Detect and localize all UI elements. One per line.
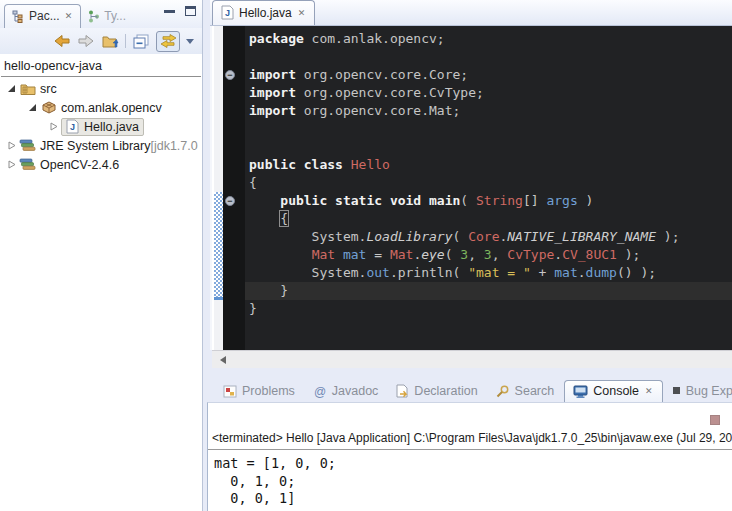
code-token: ( (460, 193, 476, 208)
collapse-arrow-icon[interactable] (27, 103, 38, 112)
editor-tab-hello-java[interactable]: J Hello.java ✕ (212, 0, 315, 25)
code-token: String (476, 193, 523, 208)
tab-type-hierarchy[interactable]: Ty... (81, 5, 133, 28)
up-folder-icon[interactable] (101, 33, 119, 50)
code-line-15[interactable]: } (245, 282, 732, 300)
code-line-3[interactable]: import org.opencv.core.Core; (245, 66, 732, 84)
code-token: out (366, 265, 389, 280)
tree-item-src[interactable]: src (0, 79, 202, 98)
code-area[interactable]: package com.anlak.opencv;import org.open… (245, 26, 732, 350)
code-line-5[interactable]: import org.opencv.core.Mat; (245, 102, 732, 120)
console-content: <terminated> Hello [Java Application] C:… (207, 402, 732, 511)
console-panel: Problems@JavadocDeclarationSearchConsole… (207, 378, 732, 511)
minimize-icon[interactable] (164, 4, 175, 13)
code-token: System. (249, 229, 366, 244)
collapse-arrow-icon[interactable] (6, 84, 17, 93)
tree-item-label: Hello.java (84, 120, 139, 134)
code-token: } (249, 301, 257, 316)
code-token: eye (421, 247, 444, 262)
code-token: CvType (507, 247, 554, 262)
code-token: Mat (390, 247, 413, 262)
code-line-1[interactable]: package com.anlak.opencv; (245, 30, 732, 48)
tree-item-label: src (40, 82, 57, 96)
view-menu-icon[interactable] (186, 39, 194, 48)
fold-collapse-icon[interactable]: − (225, 70, 235, 80)
horizontal-scrollbar[interactable] (212, 350, 732, 368)
tab-label: Ty... (104, 9, 126, 23)
code-token: "mat = " (468, 265, 531, 280)
bottom-tab-javadoc[interactable]: @Javadoc (305, 381, 387, 402)
console-icon (573, 385, 588, 398)
selected-item-box[interactable]: JHello.java (61, 118, 144, 136)
library-icon (19, 138, 36, 154)
expand-arrow-icon[interactable] (6, 141, 17, 150)
left-tab-strip: Pac... ✕ Ty... (0, 0, 202, 28)
editor-tab-label: Hello.java (239, 6, 292, 20)
tab-package-explorer[interactable]: Pac... ✕ (4, 4, 81, 28)
expand-arrow-icon[interactable] (6, 160, 17, 169)
bottom-tab-label: Declaration (414, 384, 477, 398)
bottom-tab-console[interactable]: Console✕ (564, 380, 662, 402)
code-token: org.opencv.core.Core; (296, 67, 468, 82)
code-line-13[interactable]: Mat mat = Mat.eye( 3, 3, CvType.CV_8UC1 … (245, 246, 732, 264)
code-token: { (280, 211, 288, 226)
annotation-ruler[interactable] (214, 26, 223, 350)
fold-collapse-icon[interactable]: − (225, 196, 235, 206)
maximize-icon[interactable] (185, 6, 196, 16)
code-line-7[interactable] (245, 138, 732, 156)
source-folder-icon (19, 81, 36, 97)
scroll-left-icon[interactable] (216, 356, 226, 364)
code-line-16[interactable]: } (245, 300, 732, 318)
code-token: [] (523, 193, 546, 208)
code-token: dump (586, 265, 617, 280)
bottom-tab-bug-explorer[interactable]: Bug Explorer (665, 381, 732, 402)
code-line-4[interactable]: import org.opencv.core.CvType; (245, 84, 732, 102)
close-icon[interactable]: ✕ (64, 11, 74, 21)
project-root-label[interactable]: hello-opencv-java (0, 54, 202, 76)
collapse-all-icon[interactable] (132, 33, 150, 50)
code-token: } (249, 283, 288, 298)
tree-item-opencv-2-4-6[interactable]: OpenCV-2.4.6 (0, 155, 202, 174)
code-line-11[interactable]: { (245, 210, 732, 228)
code-token: + (531, 265, 554, 280)
forward-icon[interactable] (77, 33, 95, 50)
editor-body: −− package com.anlak.opencv;import org.o… (214, 26, 732, 350)
code-line-2[interactable] (245, 48, 732, 66)
close-icon[interactable]: ✕ (644, 386, 654, 396)
code-token: .println( (390, 265, 468, 280)
code-line-8[interactable]: public class Hello (245, 156, 732, 174)
project-tree: srccom.anlak.opencvJHello.javaJRE System… (0, 79, 202, 174)
code-token: mat (554, 265, 577, 280)
back-icon[interactable] (53, 33, 71, 50)
code-token: ( (445, 247, 461, 262)
code-line-9[interactable]: { (245, 174, 732, 192)
console-output-line: mat = [1, 0, 0; (214, 455, 732, 473)
bottom-tab-search[interactable]: Search (488, 381, 563, 402)
folding-gutter[interactable]: −− (223, 26, 245, 350)
bottom-tab-strip: Problems@JavadocDeclarationSearchConsole… (207, 378, 732, 402)
tree-item-jre-system-library[interactable]: JRE System Library [jdk1.7.0 (0, 136, 202, 155)
bottom-tab-declaration[interactable]: Declaration (388, 381, 485, 402)
declaration-icon (396, 384, 409, 398)
code-line-12[interactable]: System.LoadLibrary( Core.NATIVE_LIBRARY_… (245, 228, 732, 246)
expand-arrow-icon[interactable] (48, 122, 59, 131)
code-line-10[interactable]: public static void main( String[] args ) (245, 192, 732, 210)
code-line-14[interactable]: System.out.println( "mat = " + mat.dump(… (245, 264, 732, 282)
code-token: { (249, 175, 257, 190)
code-line-6[interactable] (245, 120, 732, 138)
code-token: args (546, 193, 577, 208)
tree-item-com-anlak-opencv[interactable]: com.anlak.opencv (0, 98, 202, 117)
link-with-editor-icon[interactable] (156, 31, 180, 52)
close-icon[interactable]: ✕ (297, 8, 307, 18)
terminate-icon[interactable] (710, 415, 720, 425)
editor-frame: −− package com.anlak.opencv;import org.o… (210, 26, 732, 350)
code-token: ) (578, 193, 594, 208)
tree-item-hello-java[interactable]: JHello.java (0, 117, 202, 136)
console-output-line: 0, 1, 0; (214, 473, 732, 491)
console-output[interactable]: mat = [1, 0, 0; 0, 1, 0; 0, 0, 1] (208, 450, 732, 508)
code-token (249, 193, 280, 208)
bottom-tab-problems[interactable]: Problems (215, 381, 303, 402)
code-token: package (249, 31, 304, 46)
project-separator (1, 76, 201, 77)
svg-text:@: @ (314, 385, 326, 398)
